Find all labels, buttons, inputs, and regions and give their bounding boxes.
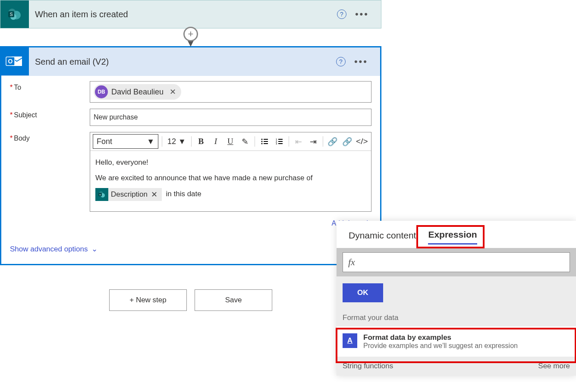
subject-input[interactable]: New purchase xyxy=(90,109,371,126)
dynamic-token: s Description ✕ xyxy=(95,188,162,201)
see-more-link[interactable]: See more xyxy=(538,362,570,370)
underline-button[interactable]: U xyxy=(224,135,236,147)
new-step-button[interactable]: + New step xyxy=(109,289,187,311)
save-button[interactable]: Save xyxy=(195,289,272,311)
to-label: *To xyxy=(10,81,90,103)
annotation-box xyxy=(416,225,485,248)
body-line: We are excited to announce that we have … xyxy=(95,172,366,184)
svg-rect-12 xyxy=(264,141,268,142)
remove-recipient-icon[interactable]: ✕ xyxy=(168,87,178,97)
number-list-button[interactable]: 123 xyxy=(273,135,285,147)
svg-rect-18 xyxy=(278,141,283,142)
avatar: DB xyxy=(95,85,108,98)
editor-toolbar: Font▼ 12 ▼ B I U ✎ xyxy=(90,132,371,151)
annotation-box xyxy=(336,328,576,363)
ok-button[interactable]: OK xyxy=(343,283,383,302)
chevron-down-icon: ⌄ xyxy=(91,245,98,254)
connector: + ▼ xyxy=(0,28,381,46)
svg-text:O: O xyxy=(8,58,13,65)
expression-input[interactable]: fx xyxy=(343,252,570,272)
trigger-title: When an item is created xyxy=(29,9,337,19)
token-label: Description xyxy=(111,189,148,200)
body-line: Hello, everyone! xyxy=(95,157,366,168)
svg-point-11 xyxy=(261,141,262,142)
body-editor[interactable]: Hello, everyone! We are excited to annou… xyxy=(90,151,371,211)
section-string-functions: String functions xyxy=(343,362,393,370)
action-card: O Send an email (V2) ? ••• *To DB David … xyxy=(0,46,381,265)
svg-text:3: 3 xyxy=(276,142,277,145)
bullet-list-button[interactable] xyxy=(258,135,271,147)
font-select[interactable]: Font▼ xyxy=(93,134,158,149)
sharepoint-small-icon: s xyxy=(95,188,108,201)
section-format-your-data: Format your data xyxy=(337,309,576,326)
svg-rect-10 xyxy=(264,139,268,140)
add-action-button[interactable]: + xyxy=(183,27,198,41)
help-icon[interactable]: ? xyxy=(336,57,346,66)
italic-button[interactable]: I xyxy=(210,135,222,147)
tab-dynamic-content[interactable]: Dynamic content xyxy=(349,230,416,244)
svg-rect-14 xyxy=(264,143,268,144)
link-button[interactable]: 🔗 xyxy=(327,135,339,147)
show-advanced-options[interactable]: Show advanced options⌄ xyxy=(10,245,98,253)
sharepoint-icon: S xyxy=(0,0,29,28)
svg-rect-16 xyxy=(278,139,283,140)
action-header[interactable]: O Send an email (V2) ? ••• xyxy=(1,47,380,76)
to-input[interactable]: DB David Beaulieu ✕ xyxy=(90,81,371,103)
code-view-button[interactable]: </> xyxy=(356,135,368,147)
svg-text:S: S xyxy=(10,12,13,17)
svg-point-9 xyxy=(261,139,262,140)
outdent-button[interactable]: ⇤ xyxy=(293,135,305,147)
color-button[interactable]: ✎ xyxy=(239,135,251,147)
bold-button[interactable]: B xyxy=(195,135,207,147)
help-icon[interactable]: ? xyxy=(337,9,346,19)
svg-rect-20 xyxy=(278,143,283,144)
subject-label: *Subject xyxy=(10,109,90,126)
unlink-button[interactable]: 🔗 xyxy=(341,135,353,147)
body-line-with-token: s Description ✕ in this date xyxy=(95,188,366,201)
outlook-icon: O xyxy=(0,47,29,75)
body-text: in this date xyxy=(166,190,201,198)
svg-point-13 xyxy=(261,143,262,144)
indent-button[interactable]: ⇥ xyxy=(307,135,319,147)
recipient-pill: DB David Beaulieu ✕ xyxy=(94,84,181,100)
svg-text:s: s xyxy=(100,193,101,196)
font-size-select[interactable]: 12 ▼ xyxy=(166,137,188,146)
trigger-card[interactable]: S When an item is created ? ••• xyxy=(0,0,381,28)
remove-token-icon[interactable]: ✕ xyxy=(149,189,159,200)
more-icon[interactable]: ••• xyxy=(355,9,369,20)
action-title: Send an email (V2) xyxy=(29,57,336,67)
more-icon[interactable]: ••• xyxy=(354,56,368,67)
body-label: *Body xyxy=(10,132,90,212)
recipient-name: David Beaulieu xyxy=(111,88,164,97)
